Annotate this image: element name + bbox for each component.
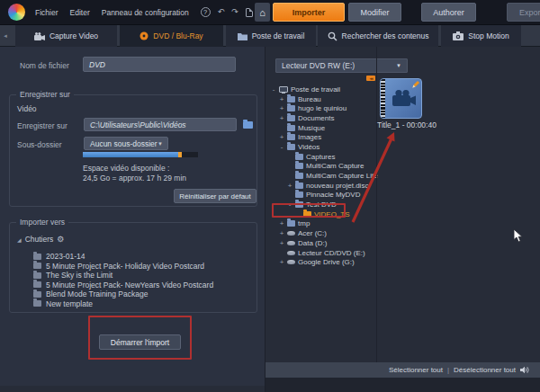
edit-pencil-icon xyxy=(410,80,420,90)
save-path-input[interactable]: C:\Utilisateurs\Public\Vidéos xyxy=(84,118,237,131)
nav-exporter-button[interactable]: Exporter xyxy=(507,3,540,22)
menu-panneau-configuration[interactable]: Panneau de configuration xyxy=(102,8,189,17)
tree-item-icon xyxy=(295,192,303,198)
save-to-label: Enregistrer sur xyxy=(17,121,68,130)
filename-label: Nom de fichier xyxy=(20,61,69,70)
disc-icon xyxy=(140,31,148,40)
gear-icon[interactable]: ⚙ xyxy=(57,235,64,244)
home-icon: ⌂ xyxy=(259,7,266,18)
device-dropdown-value: Lecteur DVD RW (E:) xyxy=(282,61,355,70)
tree-item-label: Documents xyxy=(298,114,334,122)
menu-editer[interactable]: Editer xyxy=(70,8,90,17)
tree-expander-icon[interactable]: + xyxy=(287,182,292,190)
tree-expander-icon[interactable]: + xyxy=(279,258,284,266)
tree-item-label: Google Drive (G:) xyxy=(298,258,355,266)
tree-expander-icon[interactable]: - xyxy=(279,143,284,151)
bin-item[interactable]: 2023-01-14 xyxy=(33,252,213,262)
expander-icon[interactable]: ◢ xyxy=(17,236,22,243)
tree-item-icon xyxy=(287,96,295,102)
deselect-all-button[interactable]: Désélectionner tout xyxy=(454,366,516,374)
tree-expander-icon[interactable]: + xyxy=(279,239,284,247)
annotation-arrow xyxy=(342,126,405,229)
save-to-section: Enregistrer sur Vidéo Enregistrer sur C:… xyxy=(9,94,257,207)
bin-label: Blend Mode Training Package xyxy=(46,290,148,298)
tree-expander-icon[interactable]: + xyxy=(279,219,284,227)
tree-item[interactable]: + Bureau xyxy=(269,94,377,104)
nav-authorer-button[interactable]: Authorer xyxy=(421,3,476,22)
folder-icon xyxy=(243,121,253,129)
tree-item[interactable]: + Data (D:) xyxy=(269,238,377,248)
tree-item[interactable]: + hugo le quiniou xyxy=(269,103,377,113)
select-all-button[interactable]: Sélectionner tout xyxy=(389,366,443,374)
bin-item[interactable]: 5 Minute Project Pack- NewYears Video Po… xyxy=(33,281,213,290)
tab-capture-video[interactable]: Capture Video xyxy=(15,25,117,47)
bin-item[interactable]: 5 Minute Project Pack- Holiday Video Pos… xyxy=(33,262,213,272)
import-tabbar: ◄ Capture Video DVD / Blu-Ray Poste de t… xyxy=(0,25,540,47)
scene-detect-icon[interactable]: ◂◂ xyxy=(366,76,375,81)
tree-expander-icon[interactable]: + xyxy=(279,229,284,237)
home-button[interactable]: ⌂ xyxy=(255,3,270,22)
tree-item[interactable]: Lecteur CD/DVD (E:) xyxy=(269,248,377,258)
tab-label: Rechercher des contenus xyxy=(342,31,429,40)
bin-label: 5 Minute Project Pack- NewYears Video Po… xyxy=(46,281,213,290)
tree-item-label: Lecteur CD/DVD (E:) xyxy=(298,249,365,257)
browse-folder-button[interactable] xyxy=(240,118,256,131)
app-window: Fichier Editer Panneau de configuration … xyxy=(0,0,540,392)
tree-expander-icon[interactable]: + xyxy=(279,104,284,112)
tree-item[interactable]: + Acer (C:) xyxy=(269,228,377,238)
separator: | xyxy=(447,366,449,374)
video-subheader: Vidéo xyxy=(17,104,37,113)
chevron-down-icon: ▼ xyxy=(158,141,163,147)
redo-icon[interactable]: ↷ xyxy=(231,8,238,16)
bin-item[interactable]: New template xyxy=(33,299,213,309)
tree-expander-icon[interactable]: + xyxy=(279,95,284,103)
tree-item-label: Acer (C:) xyxy=(298,229,327,237)
left-bottom-strip xyxy=(0,386,265,392)
tree-item-label: Captures xyxy=(306,153,335,161)
new-document-icon[interactable] xyxy=(246,8,253,17)
nav-modifier-button[interactable]: Modifier xyxy=(348,3,401,22)
tab-scroll-left-icon[interactable]: ◄ xyxy=(3,25,8,47)
bin-item[interactable]: The Sky is the Limit xyxy=(33,271,213,281)
undo-icon[interactable]: ↶ xyxy=(218,8,225,16)
tab-dvd-bluray[interactable]: DVD / Blu-Ray xyxy=(120,25,223,47)
bins-list: 2023-01-14 5 Minute Project Pack- Holida… xyxy=(33,252,213,308)
tab-label: Poste de travail xyxy=(252,31,305,40)
tree-item[interactable]: + Documents xyxy=(269,113,377,123)
clip-thumbnail[interactable] xyxy=(380,78,422,119)
top-menubar: Fichier Editer Panneau de configuration … xyxy=(0,0,540,25)
menu-fichier[interactable]: Fichier xyxy=(35,8,58,17)
nav-importer-button[interactable]: Importer xyxy=(273,3,345,22)
tree-item-label: Musique xyxy=(298,124,325,132)
search-icon xyxy=(328,31,338,41)
tree-item[interactable]: - Poste de travail xyxy=(269,85,377,94)
device-dropdown[interactable]: Lecteur DVD RW (E:) ▼ xyxy=(275,58,408,73)
tab-label: Capture Video xyxy=(50,31,98,40)
speaker-icon[interactable] xyxy=(520,366,530,374)
tree-item-icon xyxy=(287,251,295,255)
help-icon[interactable]: ? xyxy=(201,7,211,17)
disk-space-fill xyxy=(83,152,178,157)
tab-poste-de-travail[interactable]: Poste de travail xyxy=(226,25,316,47)
tree-expander-icon[interactable]: + xyxy=(279,114,284,122)
bins-group-header[interactable]: ◢ Chutiers ⚙ xyxy=(17,235,64,244)
tree-item-label: hugo le quiniou xyxy=(298,104,346,112)
camera-icon xyxy=(453,31,464,40)
bin-item[interactable]: Blend Mode Training Package xyxy=(33,290,213,299)
filename-input[interactable]: DVD xyxy=(83,57,236,72)
tree-item[interactable]: + Google Drive (G:) xyxy=(269,257,377,267)
tree-expander-icon[interactable]: - xyxy=(271,85,276,94)
reset-default-button[interactable]: Réinitialiser par défaut xyxy=(174,189,256,203)
camcorder-icon xyxy=(34,32,45,40)
tree-item-icon xyxy=(295,183,303,189)
folder-icon xyxy=(238,32,248,40)
tree-item-icon xyxy=(287,220,295,227)
bin-folder-icon xyxy=(33,291,41,298)
tab-rechercher-contenus[interactable]: Rechercher des contenus xyxy=(318,25,438,47)
app-logo-icon xyxy=(8,4,25,21)
tab-label: DVD / Blu-Ray xyxy=(153,31,202,40)
tree-item-icon xyxy=(287,231,295,236)
subfolder-dropdown[interactable]: Aucun sous-dossier ▼ xyxy=(84,137,168,150)
tree-expander-icon[interactable]: + xyxy=(279,133,284,141)
tab-stop-motion[interactable]: Stop Motion xyxy=(441,25,521,47)
